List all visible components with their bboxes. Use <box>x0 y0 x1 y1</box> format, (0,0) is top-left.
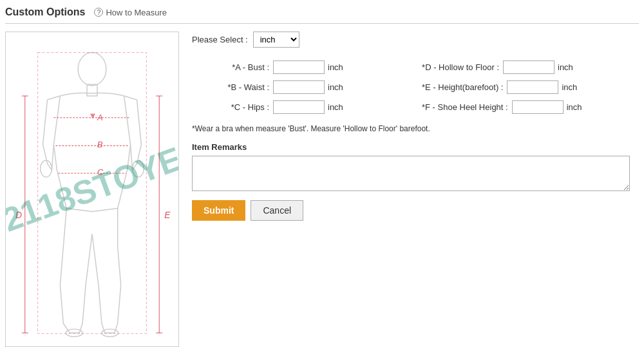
submit-button[interactable]: Submit <box>192 200 245 221</box>
hips-input[interactable] <box>273 100 325 114</box>
buttons-row: Submit Cancel <box>192 200 639 221</box>
shoe-label: *F - Shoe Heel Height : <box>422 102 508 112</box>
page-title: Custom Options <box>5 6 85 18</box>
svg-rect-21 <box>38 53 147 334</box>
hips-label: *C - Hips : <box>192 102 269 112</box>
measurements-grid: *A - Bust : inch *D - Hollow to Floor : … <box>192 60 639 114</box>
hollow-input[interactable] <box>503 60 554 74</box>
bust-input[interactable] <box>273 60 325 74</box>
hips-unit: inch <box>328 102 343 112</box>
svg-marker-17 <box>90 114 95 119</box>
how-to-measure-label: How to Measure <box>106 8 167 17</box>
header: Custom Options ? How to Measure <box>5 6 639 24</box>
unit-selector-row: Please Select : inch cm <box>192 32 639 48</box>
waist-label: *B - Waist : <box>192 82 269 92</box>
measurement-row-shoe: *F - Shoe Heel Height : inch <box>422 100 639 114</box>
measurement-row-bust: *A - Bust : inch <box>192 60 409 74</box>
form-panel: Please Select : inch cm *A - Bust : inch… <box>192 32 639 347</box>
cancel-button[interactable]: Cancel <box>251 200 303 221</box>
remarks-textarea[interactable] <box>192 156 630 191</box>
measurement-row-waist: *B - Waist : inch <box>192 80 409 94</box>
height-unit: inch <box>562 82 577 92</box>
info-icon: ? <box>94 8 103 17</box>
shoe-unit: inch <box>567 102 582 112</box>
measurement-row-hips: *C - Hips : inch <box>192 100 409 114</box>
unit-select-label: Please Select : <box>192 35 248 44</box>
page-wrapper: Custom Options ? How to Measure <box>0 0 644 352</box>
hollow-label: *D - Hollow to Floor : <box>422 62 499 72</box>
svg-point-2 <box>41 160 52 177</box>
bust-label: *A - Bust : <box>192 62 269 72</box>
figure-panel: D E A B C 2118STOYE <box>5 32 179 347</box>
shoe-input[interactable] <box>512 100 564 114</box>
bust-unit: inch <box>328 62 343 72</box>
measurement-row-height: *E - Height(barefoot) : inch <box>422 80 639 94</box>
waist-unit: inch <box>328 82 343 92</box>
remarks-label: Item Remarks <box>192 142 639 152</box>
waist-input[interactable] <box>273 80 325 94</box>
svg-point-3 <box>133 160 144 177</box>
height-label: *E - Height(barefoot) : <box>422 82 503 92</box>
svg-text:B: B <box>97 140 103 149</box>
main-content: D E A B C 2118STOYE <box>5 32 639 347</box>
how-to-measure-link[interactable]: ? How to Measure <box>94 8 167 17</box>
note-text: *Wear a bra when measure 'Bust'. Measure… <box>192 124 639 133</box>
unit-select[interactable]: inch cm <box>253 32 299 48</box>
height-input[interactable] <box>507 80 558 94</box>
measurement-row-hollow: *D - Hollow to Floor : inch <box>422 60 639 74</box>
svg-text:E: E <box>164 210 171 220</box>
svg-point-0 <box>78 53 106 86</box>
svg-text:C: C <box>97 167 104 177</box>
body-figure-svg: D E A B C <box>6 32 178 346</box>
svg-text:D: D <box>15 210 22 220</box>
svg-text:A: A <box>97 113 103 122</box>
hollow-unit: inch <box>558 62 573 72</box>
